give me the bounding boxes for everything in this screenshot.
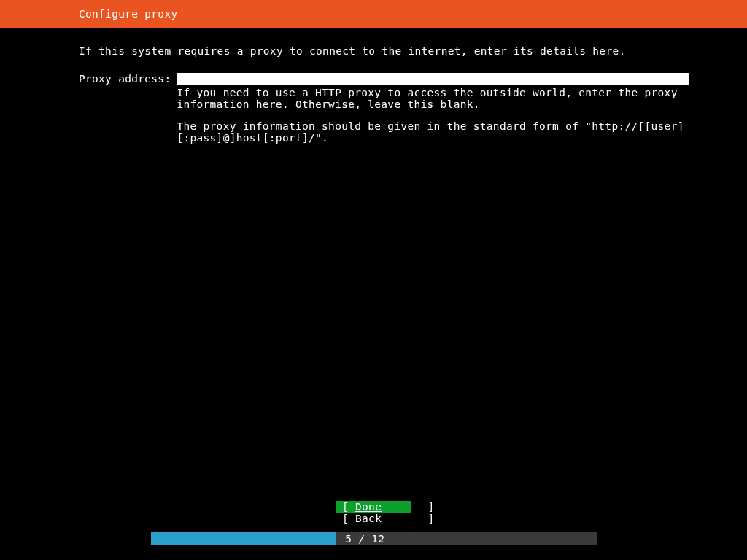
main-content: If this system requires a proxy to conne…	[0, 28, 747, 155]
proxy-address-input[interactable]	[177, 73, 689, 85]
proxy-field-row: Proxy address: If you need to use a HTTP…	[79, 73, 703, 155]
help-line-1: If you need to use a HTTP proxy to acces…	[177, 88, 699, 111]
proxy-input-column: If you need to use a HTTP proxy to acces…	[177, 73, 703, 155]
done-button[interactable]: [ Done ]	[336, 501, 411, 513]
progress-bar: 5 / 12	[151, 532, 597, 545]
proxy-address-label: Proxy address:	[79, 73, 171, 85]
bottom-section: [ Done ] [ Back ] 5 / 12	[0, 501, 747, 545]
instruction-text: If this system requires a proxy to conne…	[79, 45, 703, 57]
help-text: If you need to use a HTTP proxy to acces…	[177, 88, 699, 144]
progress-fill	[151, 532, 336, 545]
button-row: [ Done ] [ Back ]	[0, 501, 747, 524]
header-bar: Configure proxy	[0, 0, 747, 28]
progress-row: 5 / 12	[151, 532, 597, 545]
progress-empty: 5 / 12	[336, 532, 597, 545]
progress-text: 5 / 12	[345, 533, 384, 545]
back-button[interactable]: [ Back ]	[336, 513, 411, 524]
page-title: Configure proxy	[79, 8, 177, 20]
help-line-2: The proxy information should be given in…	[177, 121, 699, 144]
